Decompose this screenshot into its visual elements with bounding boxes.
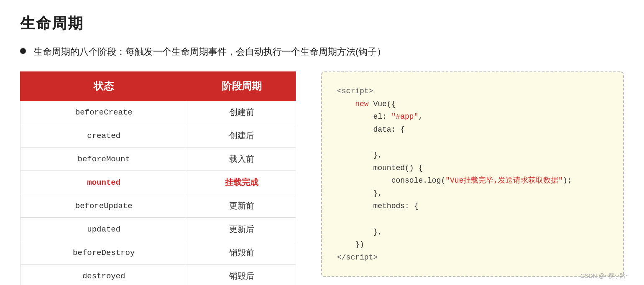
mounted-close: }, <box>373 189 382 198</box>
table-cell-state: beforeCreate <box>20 101 187 124</box>
table-cell-state: mounted <box>20 171 187 194</box>
table-header-row: 状态 阶段周期 <box>20 72 296 101</box>
col-state-header: 状态 <box>20 72 187 101</box>
lifecycle-table-section: 状态 阶段周期 beforeCreate创建前created创建后beforeM… <box>20 71 296 285</box>
vue-close: }) <box>355 240 364 249</box>
el-value: "#app" <box>391 112 419 121</box>
lifecycle-table: 状态 阶段周期 beforeCreate创建前created创建后beforeM… <box>20 71 296 285</box>
script-open-tag: <script> <box>337 87 373 95</box>
code-block: <script> new Vue({ el: "#app", data: { }… <box>337 85 608 264</box>
table-cell-phase: 更新前 <box>187 194 296 218</box>
page-title: 生命周期 <box>20 13 624 34</box>
table-cell-phase: 创建前 <box>187 101 296 124</box>
new-keyword: new <box>355 100 368 108</box>
table-cell-state: updated <box>20 218 187 241</box>
script-close-tag: </script> <box>337 253 378 262</box>
table-cell-state: created <box>20 124 187 148</box>
mounted-func: mounted() { <box>373 164 423 172</box>
data-key: data: { <box>373 125 405 134</box>
console-end: ); <box>563 176 572 185</box>
table-cell-phase: 更新后 <box>187 218 296 241</box>
table-row: beforeMount载入前 <box>20 148 296 171</box>
col-phase-header: 阶段周期 <box>187 72 296 101</box>
table-row: mounted挂载完成 <box>20 171 296 194</box>
footer-watermark: CSDN @~樱小路~ <box>580 272 629 280</box>
table-cell-state: beforeMount <box>20 148 187 171</box>
console-log: console.log( <box>391 176 446 185</box>
table-cell-phase: 销毁前 <box>187 241 296 265</box>
table-row: beforeDestroy销毁前 <box>20 241 296 265</box>
table-cell-state: beforeUpdate <box>20 194 187 218</box>
subtitle-text: 生命周期的八个阶段：每触发一个生命周期事件，会自动执行一个生命周期方法(钩子） <box>33 46 386 58</box>
table-row: destroyed销毁后 <box>20 265 296 285</box>
table-row: beforeCreate创建前 <box>20 101 296 124</box>
table-cell-phase: 销毁后 <box>187 265 296 285</box>
el-key: el: <box>373 112 391 121</box>
vue-constructor: Vue({ <box>369 100 396 108</box>
console-string: "Vue挂载完毕,发送请求获取数据" <box>445 176 563 185</box>
code-section: <script> new Vue({ el: "#app", data: { }… <box>321 71 624 277</box>
table-cell-phase: 载入前 <box>187 148 296 171</box>
methods-close: }, <box>373 228 382 236</box>
main-content: 状态 阶段周期 beforeCreate创建前created创建后beforeM… <box>20 71 624 285</box>
table-cell-phase: 挂载完成 <box>187 171 296 194</box>
bullet-dot-icon <box>20 48 26 54</box>
data-close: }, <box>373 151 382 159</box>
table-row: beforeUpdate更新前 <box>20 194 296 218</box>
table-row: updated更新后 <box>20 218 296 241</box>
table-row: created创建后 <box>20 124 296 148</box>
table-cell-phase: 创建后 <box>187 124 296 148</box>
table-cell-state: beforeDestroy <box>20 241 187 265</box>
methods-key: methods: { <box>373 202 418 210</box>
table-cell-state: destroyed <box>20 265 187 285</box>
bullet-point: 生命周期的八个阶段：每触发一个生命周期事件，会自动执行一个生命周期方法(钩子） <box>20 46 624 58</box>
